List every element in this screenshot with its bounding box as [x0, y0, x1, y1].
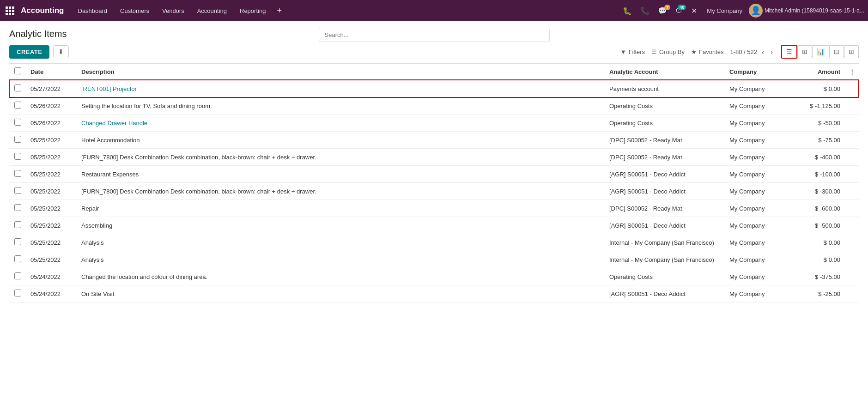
table-row[interactable]: 05/25/2022 [FURN_7800] Desk Combination … — [9, 149, 859, 166]
row-checkbox[interactable] — [14, 238, 21, 245]
nav-dashboard[interactable]: Dashboard — [72, 0, 114, 21]
row-checkbox[interactable] — [14, 290, 21, 296]
app-menu-icon[interactable] — [4, 5, 16, 17]
company-label[interactable]: My Company — [702, 7, 747, 14]
row-checkbox[interactable] — [14, 153, 21, 160]
row-options — [845, 200, 859, 217]
row-amount: $ 0.00 — [789, 251, 845, 268]
row-amount: $ -400.00 — [789, 149, 845, 166]
row-checkbox-cell[interactable] — [9, 115, 26, 132]
nav-add[interactable]: + — [272, 0, 286, 21]
table-row[interactable]: 05/26/2022 Setting the location for TV, … — [9, 97, 859, 115]
pivot-view-btn[interactable]: ⊟ — [829, 45, 844, 58]
row-checkbox-cell[interactable] — [9, 200, 26, 217]
row-date: 05/25/2022 — [26, 234, 77, 251]
row-checkbox[interactable] — [14, 204, 21, 211]
row-checkbox[interactable] — [14, 85, 21, 91]
table-row[interactable]: 05/25/2022 Assembling [AGR] S00051 - Dec… — [9, 217, 859, 234]
row-company: My Company — [725, 234, 789, 251]
row-company: My Company — [725, 183, 789, 200]
table-row[interactable]: 05/25/2022 [FURN_7800] Desk Combination … — [9, 183, 859, 200]
row-description: Restaurant Expenses — [77, 166, 605, 183]
row-description[interactable]: [RENT001] Projector — [77, 80, 605, 97]
row-checkbox-cell[interactable] — [9, 268, 26, 285]
graph-view-btn[interactable]: 📊 — [812, 45, 829, 58]
row-description: On Site Visit — [77, 285, 605, 302]
row-options — [845, 217, 859, 234]
row-company: My Company — [725, 166, 789, 183]
row-checkbox-cell[interactable] — [9, 234, 26, 251]
filters-label: Filters — [629, 48, 645, 55]
filters-button[interactable]: ▼ Filters — [620, 48, 645, 55]
create-button[interactable]: CREATE — [9, 45, 49, 59]
select-all-checkbox-col[interactable] — [9, 64, 26, 80]
top-nav: Accounting Dashboard Customers Vendors A… — [0, 0, 868, 21]
timer-icon-btn[interactable]: ⏱ 40 — [672, 5, 686, 17]
list-view-btn[interactable]: ☰ — [781, 45, 797, 59]
table-row[interactable]: 05/24/2022 On Site Visit [AGR] S00051 - … — [9, 285, 859, 302]
row-description[interactable]: Changed Drawer Handle — [77, 115, 605, 132]
select-all-checkbox[interactable] — [14, 67, 21, 74]
row-checkbox-cell[interactable] — [9, 251, 26, 268]
nav-customers[interactable]: Customers — [114, 0, 156, 21]
row-checkbox-cell[interactable] — [9, 217, 26, 234]
user-label[interactable]: Mitchell Admin (15894019-saas-15-1-a... — [765, 7, 864, 14]
grid-view-btn[interactable]: ⊞ — [844, 45, 859, 58]
row-company: My Company — [725, 285, 789, 302]
table-row[interactable]: 05/25/2022 Hotel Accommodation [DPC] S00… — [9, 132, 859, 149]
bug-icon-btn[interactable]: 🐛 — [619, 5, 635, 17]
options-col-header[interactable]: ⋮ — [845, 64, 859, 80]
search-input[interactable] — [319, 28, 550, 42]
row-date: 05/25/2022 — [26, 183, 77, 200]
row-checkbox-cell[interactable] — [9, 285, 26, 302]
row-options — [845, 234, 859, 251]
next-page-btn[interactable]: › — [769, 47, 775, 57]
groupby-button[interactable]: ☰ Group By — [651, 48, 685, 55]
row-amount: $ -50.00 — [789, 115, 845, 132]
table-row[interactable]: 05/25/2022 Repair [DPC] S00052 - Ready M… — [9, 200, 859, 217]
row-checkbox-cell[interactable] — [9, 97, 26, 115]
row-analytic-account: [AGR] S00051 - Deco Addict — [605, 183, 725, 200]
table-row[interactable]: 05/26/2022 Changed Drawer Handle Operati… — [9, 115, 859, 132]
table-row[interactable]: 05/25/2022 Restaurant Expenses [AGR] S00… — [9, 166, 859, 183]
nav-vendors[interactable]: Vendors — [156, 0, 191, 21]
table-row[interactable]: 05/24/2022 Changed the location and colo… — [9, 268, 859, 285]
view-buttons: ☰ ⊞ 📊 ⊟ ⊞ — [781, 45, 859, 59]
row-checkbox[interactable] — [14, 187, 21, 194]
row-checkbox[interactable] — [14, 136, 21, 143]
row-checkbox[interactable] — [14, 255, 21, 262]
row-checkbox[interactable] — [14, 272, 21, 279]
prev-page-btn[interactable]: ‹ — [760, 47, 766, 57]
row-checkbox[interactable] — [14, 221, 21, 228]
analytic-account-col-header[interactable]: Analytic Account — [605, 64, 725, 80]
chat-icon-btn[interactable]: 💬 7 — [655, 5, 670, 17]
table-row[interactable]: 05/25/2022 Analysis Internal - My Compan… — [9, 251, 859, 268]
wrench-icon-btn[interactable]: ✕ — [688, 5, 700, 17]
download-button[interactable]: ⬇ — [53, 45, 69, 58]
row-checkbox[interactable] — [14, 119, 21, 126]
phone-icon-btn[interactable]: 📞 — [637, 5, 653, 17]
row-checkbox-cell[interactable] — [9, 132, 26, 149]
description-col-header[interactable]: Description — [77, 64, 605, 80]
row-checkbox-cell[interactable] — [9, 183, 26, 200]
amount-col-header[interactable]: Amount — [789, 64, 845, 80]
favorites-button[interactable]: ★ Favorites — [691, 48, 723, 55]
avatar[interactable]: 👤 — [749, 4, 763, 18]
row-options — [845, 183, 859, 200]
row-company: My Company — [725, 251, 789, 268]
row-checkbox-cell[interactable] — [9, 149, 26, 166]
row-checkbox[interactable] — [14, 170, 21, 177]
nav-reporting[interactable]: Reporting — [233, 0, 272, 21]
table-row[interactable]: 05/25/2022 Analysis Internal - My Compan… — [9, 234, 859, 251]
row-amount: $ -600.00 — [789, 200, 845, 217]
row-date: 05/26/2022 — [26, 97, 77, 115]
app-logo[interactable]: Accounting — [21, 6, 64, 15]
date-col-header[interactable]: Date — [26, 64, 77, 80]
row-checkbox-cell[interactable] — [9, 80, 26, 97]
row-checkbox-cell[interactable] — [9, 166, 26, 183]
nav-accounting[interactable]: Accounting — [191, 0, 233, 21]
kanban-view-btn[interactable]: ⊞ — [797, 45, 812, 58]
table-row[interactable]: 05/27/2022 [RENT001] Projector Payments … — [9, 80, 859, 97]
company-col-header[interactable]: Company — [725, 64, 789, 80]
row-checkbox[interactable] — [14, 102, 21, 109]
